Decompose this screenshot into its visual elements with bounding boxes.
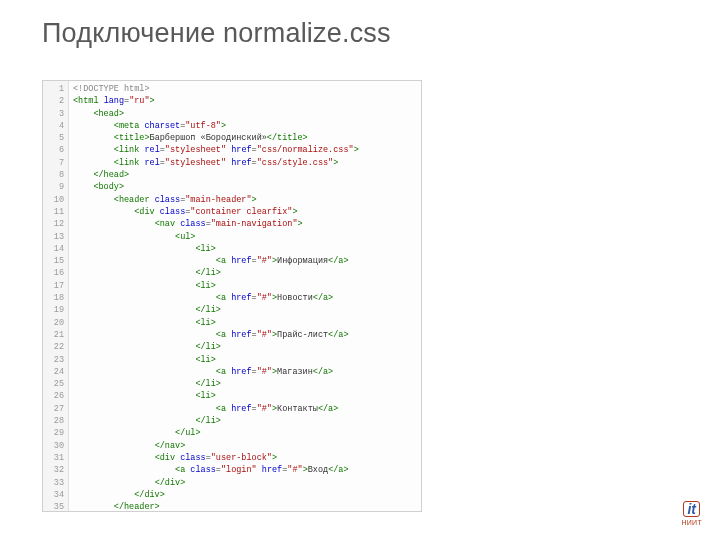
logo-icon: it	[683, 501, 700, 517]
code-block: 1 2 3 4 5 6 7 8 9 10 11 12 13 14 15 16 1…	[42, 80, 422, 512]
slide-title: Подключение normalize.css	[42, 18, 391, 49]
code-gutter: 1 2 3 4 5 6 7 8 9 10 11 12 13 14 15 16 1…	[43, 81, 69, 511]
logo: it НИИТ	[681, 501, 702, 526]
logo-label: НИИТ	[681, 519, 702, 526]
code-content: <!DOCTYPE html> <html lang="ru"> <head> …	[69, 81, 359, 511]
